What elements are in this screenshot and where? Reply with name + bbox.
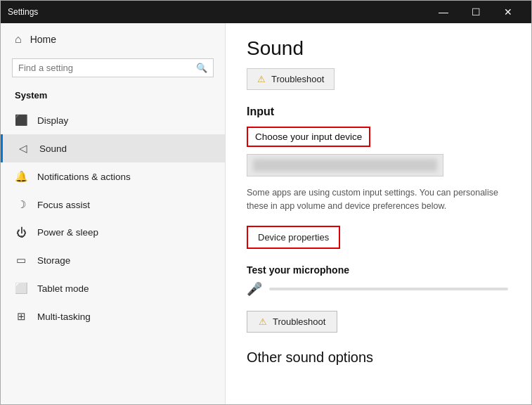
troubleshoot-top-button[interactable]: ⚠ Troubleshoot (247, 68, 335, 90)
close-button[interactable]: ✕ (492, 1, 524, 23)
window-title: Settings (8, 7, 38, 17)
sidebar-item-power[interactable]: ⏻ Power & sleep (1, 219, 225, 246)
sidebar-item-label: Storage (37, 255, 70, 266)
test-mic-title: Test your microphone (247, 264, 510, 276)
settings-window: Settings — ☐ ✕ ⌂ Home 🔍 System ⬛ Display (0, 0, 532, 405)
device-properties-button[interactable]: Device properties (247, 226, 340, 249)
search-input[interactable] (18, 63, 192, 73)
sidebar-item-label: Display (37, 115, 68, 126)
device-properties-label: Device properties (258, 232, 329, 243)
sidebar-item-label: Focus assist (37, 200, 90, 210)
troubleshoot-bottom-button[interactable]: ⚠ Troubleshoot (247, 311, 337, 333)
maximize-button[interactable]: ☐ (460, 1, 492, 23)
other-sound-title: Other sound options (247, 349, 510, 366)
microphone-icon: 🎤 (247, 281, 262, 297)
page-title: Sound (247, 37, 510, 60)
window-controls: — ☐ ✕ (427, 1, 524, 23)
sidebar-item-multitasking[interactable]: ⊞ Multi-tasking (1, 302, 225, 330)
focus-icon: ☽ (15, 198, 27, 211)
sidebar-item-storage[interactable]: ▭ Storage (1, 246, 225, 274)
minimize-button[interactable]: — (427, 1, 460, 23)
device-dropdown-value (253, 159, 437, 172)
sidebar-item-label: Multi-tasking (37, 311, 91, 322)
choose-device-label: Choose your input device (247, 127, 370, 147)
mic-bar-row: 🎤 (247, 281, 510, 297)
troubleshoot-top-label: Troubleshoot (271, 74, 324, 84)
power-icon: ⏻ (15, 226, 27, 238)
input-device-dropdown[interactable] (247, 154, 443, 176)
sidebar-item-label: Notifications & actions (37, 172, 131, 182)
input-section-title: Input (247, 105, 510, 118)
display-icon: ⬛ (15, 114, 27, 127)
sidebar-item-notifications[interactable]: 🔔 Notifications & actions (1, 162, 225, 191)
multitasking-icon: ⊞ (15, 310, 27, 323)
content-area: ⌂ Home 🔍 System ⬛ Display ◁ Sound 🔔 (1, 23, 531, 404)
mic-level-bar (269, 288, 508, 290)
sidebar-items: ⬛ Display ◁ Sound 🔔 Notifications & acti… (1, 106, 225, 404)
sidebar-section-title: System (1, 86, 225, 106)
sound-icon: ◁ (17, 142, 30, 155)
sidebar-item-label: Power & sleep (37, 227, 98, 238)
search-box[interactable]: 🔍 (12, 58, 214, 77)
sidebar-home-item[interactable]: ⌂ Home (1, 23, 225, 56)
search-icon: 🔍 (196, 63, 207, 73)
sidebar-item-label: Tablet mode (37, 283, 89, 294)
warn-icon-bottom: ⚠ (259, 316, 267, 327)
sidebar-item-display[interactable]: ⬛ Display (1, 106, 225, 134)
sidebar-item-sound[interactable]: ◁ Sound (1, 134, 225, 162)
storage-icon: ▭ (15, 254, 27, 266)
title-bar: Settings — ☐ ✕ (1, 1, 531, 23)
sidebar-item-focus[interactable]: ☽ Focus assist (1, 191, 225, 219)
home-icon: ⌂ (15, 33, 22, 46)
troubleshoot-bottom-label: Troubleshoot (273, 316, 325, 327)
warn-icon-top: ⚠ (257, 74, 266, 84)
sidebar: ⌂ Home 🔍 System ⬛ Display ◁ Sound 🔔 (1, 23, 226, 404)
sidebar-home-label: Home (30, 34, 56, 45)
custom-input-text: Some apps are using custom input setting… (247, 186, 510, 213)
sidebar-item-tablet[interactable]: ⬜ Tablet mode (1, 274, 225, 302)
tablet-icon: ⬜ (15, 282, 27, 295)
notifications-icon: 🔔 (15, 170, 27, 183)
main-content: Sound ⚠ Troubleshoot Input Choose your i… (226, 23, 531, 404)
sidebar-item-label: Sound (39, 143, 67, 154)
